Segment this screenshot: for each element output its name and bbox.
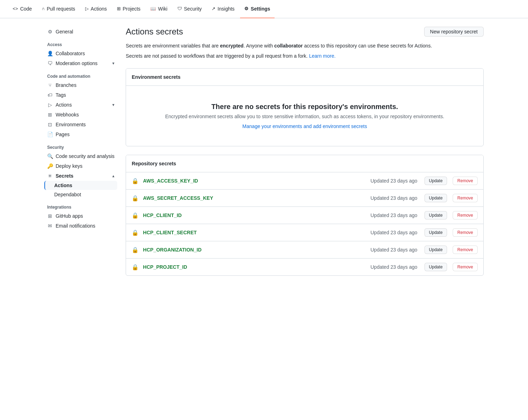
sidebar-pages-label: Pages xyxy=(56,132,70,137)
security-icon: 🛡 xyxy=(177,6,182,11)
description-line1: Secrets are environment variables that a… xyxy=(126,42,484,50)
github-apps-icon: ⊞ xyxy=(47,213,53,219)
sidebar-branches-label: Branches xyxy=(56,82,76,88)
secret-updated-time: Updated 23 days ago xyxy=(371,247,417,253)
remove-button[interactable]: Remove xyxy=(453,177,478,185)
pages-icon: 📄 xyxy=(47,132,53,137)
nav-settings-label: Settings xyxy=(251,6,270,12)
sidebar-secrets-label: Secrets xyxy=(56,173,74,179)
manage-environments-link[interactable]: Manage your environments and add environ… xyxy=(243,123,367,129)
env-secrets-empty: There are no secrets for this repository… xyxy=(126,86,483,146)
sidebar-item-email-notifications[interactable]: ✉ Email notifications xyxy=(44,221,117,231)
remove-button[interactable]: Remove xyxy=(453,194,478,202)
sidebar-item-github-apps[interactable]: ⊞ GitHub apps xyxy=(44,211,117,221)
nav-code-label: Code xyxy=(20,6,32,12)
nav-pull-requests[interactable]: ⑃ Pull requests xyxy=(38,0,80,18)
nav-projects[interactable]: ⊞ Projects xyxy=(113,0,145,18)
sidebar-code-security-label: Code security and analysis xyxy=(56,153,114,159)
sidebar-item-tags[interactable]: 🏷 Tags xyxy=(44,90,117,100)
chevron-down-icon-actions: ▾ xyxy=(112,102,114,107)
lock-icon: 🔒 xyxy=(132,247,139,253)
sidebar-actions-sub-label: Actions xyxy=(54,183,72,188)
page-title: Actions secrets xyxy=(126,27,183,37)
sidebar-sub-item-dependabot[interactable]: Dependabot xyxy=(44,190,117,199)
lock-icon: 🔒 xyxy=(132,229,139,236)
description-line2: Secrets are not passed to workflows that… xyxy=(126,52,484,60)
remove-button[interactable]: Remove xyxy=(453,246,478,254)
env-secrets-empty-title: There are no secrets for this repository… xyxy=(132,103,478,111)
secret-name: AWS_ACCESS_KEY_ID xyxy=(143,178,366,184)
sidebar-actions-label: Actions xyxy=(56,102,72,108)
lock-icon: 🔒 xyxy=(132,195,139,202)
projects-icon: ⊞ xyxy=(117,6,121,11)
environment-secrets-card: Environment secrets There are no secrets… xyxy=(126,68,484,146)
tag-icon: 🏷 xyxy=(47,92,53,98)
sidebar-item-deploy-keys[interactable]: 🔑 Deploy keys xyxy=(44,161,117,171)
secret-updated-time: Updated 23 days ago xyxy=(371,212,417,218)
wiki-icon: 📖 xyxy=(150,6,156,11)
secrets-list: 🔒 AWS_ACCESS_KEY_ID Updated 23 days ago … xyxy=(126,172,483,275)
nav-security-label: Security xyxy=(184,6,202,12)
person-icon: 👤 xyxy=(47,51,53,56)
sidebar-deploy-keys-label: Deploy keys xyxy=(56,163,82,169)
secret-icon: ✳ xyxy=(47,173,53,179)
nav-security[interactable]: 🛡 Security xyxy=(173,0,206,18)
shield-icon: 🔍 xyxy=(47,153,53,159)
nav-code[interactable]: <> Code xyxy=(8,0,36,18)
secret-row: 🔒 HCP_ORGANIZATION_ID Updated 23 days ag… xyxy=(126,241,483,259)
lock-icon: 🔒 xyxy=(132,264,139,271)
sidebar-section-access: Access xyxy=(44,37,117,49)
nav-wiki-label: Wiki xyxy=(158,6,167,12)
gear-icon: ⚙ xyxy=(47,29,53,34)
page-header: Actions secrets New repository secret xyxy=(126,27,484,37)
nav-actions[interactable]: ▷ Actions xyxy=(81,0,111,18)
update-button[interactable]: Update xyxy=(425,194,447,202)
update-button[interactable]: Update xyxy=(425,211,447,219)
sidebar-item-moderation[interactable]: 🗨 Moderation options ▾ xyxy=(44,58,117,68)
secret-row: 🔒 AWS_SECRET_ACCESS_KEY Updated 23 days … xyxy=(126,190,483,207)
sidebar-collaborators-label: Collaborators xyxy=(56,51,85,56)
sidebar-item-actions[interactable]: ▷ Actions ▾ xyxy=(44,100,117,110)
sidebar-email-notifications-label: Email notifications xyxy=(56,223,95,229)
nav-insights[interactable]: ↗ Insights xyxy=(207,0,239,18)
secret-row: 🔒 HCP_PROJECT_ID Updated 23 days ago Upd… xyxy=(126,259,483,275)
sidebar-item-branches[interactable]: ⑂ Branches xyxy=(44,80,117,90)
nav-insights-label: Insights xyxy=(218,6,234,12)
sidebar-github-apps-label: GitHub apps xyxy=(56,213,83,219)
sidebar-sub-item-actions[interactable]: Actions xyxy=(44,181,117,190)
sidebar-moderation-label: Moderation options xyxy=(56,61,98,66)
new-repository-secret-button[interactable]: New repository secret xyxy=(424,27,484,37)
sidebar-item-environments[interactable]: ⊡ Environments xyxy=(44,120,117,129)
secret-updated-time: Updated 23 days ago xyxy=(371,195,417,201)
remove-button[interactable]: Remove xyxy=(453,263,478,271)
branch-icon: ⑂ xyxy=(47,82,53,88)
lock-icon: 🔒 xyxy=(132,178,139,184)
top-navigation: <> Code ⑃ Pull requests ▷ Actions ⊞ Proj… xyxy=(0,0,528,18)
secret-name: AWS_SECRET_ACCESS_KEY xyxy=(143,195,366,201)
secret-row: 🔒 HCP_CLIENT_ID Updated 23 days ago Upda… xyxy=(126,207,483,224)
sidebar-tags-label: Tags xyxy=(56,92,66,98)
sidebar-general-label: General xyxy=(56,29,73,34)
update-button[interactable]: Update xyxy=(425,177,447,185)
env-secrets-header: Environment secrets xyxy=(126,69,483,86)
remove-button[interactable]: Remove xyxy=(453,211,478,219)
learn-more-link[interactable]: Learn more. xyxy=(309,53,335,59)
nav-settings[interactable]: ⚙ Settings xyxy=(240,0,274,18)
sidebar-item-secrets[interactable]: ✳ Secrets ▴ xyxy=(44,171,117,181)
sidebar-dependabot-sub-label: Dependabot xyxy=(54,192,81,197)
nav-wiki[interactable]: 📖 Wiki xyxy=(146,0,171,18)
sidebar-item-pages[interactable]: 📄 Pages xyxy=(44,129,117,139)
update-button[interactable]: Update xyxy=(425,228,447,237)
sidebar-item-collaborators[interactable]: 👤 Collaborators xyxy=(44,49,117,58)
webhooks-icon: ⊞ xyxy=(47,112,53,117)
update-button[interactable]: Update xyxy=(425,246,447,254)
key-icon: 🔑 xyxy=(47,163,53,169)
sidebar-item-webhooks[interactable]: ⊞ Webhooks xyxy=(44,110,117,120)
sidebar-item-general[interactable]: ⚙ General xyxy=(44,27,117,37)
sidebar: ⚙ General Access 👤 Collaborators 🗨 Moder… xyxy=(44,27,117,276)
email-icon: ✉ xyxy=(47,223,53,229)
remove-button[interactable]: Remove xyxy=(453,228,478,237)
sidebar-item-code-security[interactable]: 🔍 Code security and analysis xyxy=(44,151,117,161)
update-button[interactable]: Update xyxy=(425,263,447,271)
actions-icon: ▷ xyxy=(85,6,89,11)
